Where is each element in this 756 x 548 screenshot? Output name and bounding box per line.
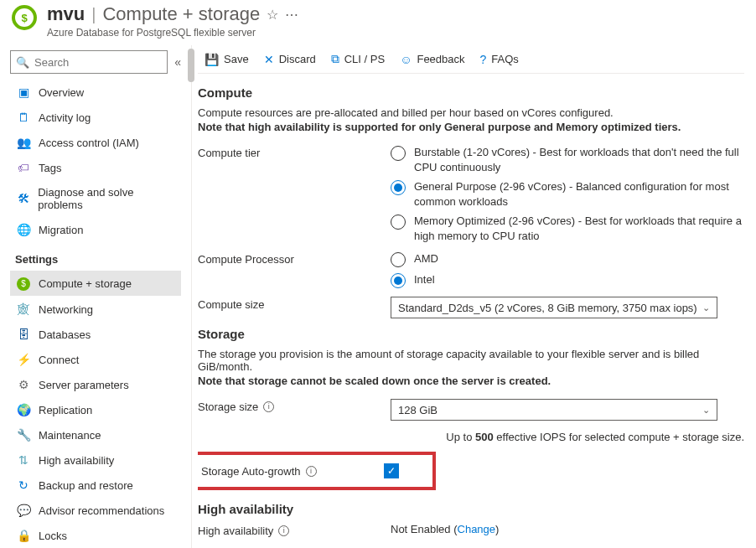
discard-button[interactable]: ✕ Discard bbox=[264, 53, 316, 66]
storage-heading: Storage bbox=[198, 327, 744, 341]
faqs-button[interactable]: ? FAQs bbox=[480, 53, 519, 66]
sidebar-item-activity-log[interactable]: 🗒 Activity log bbox=[10, 106, 181, 129]
favorite-star-icon[interactable]: ☆ bbox=[267, 7, 278, 23]
sidebar-item-connect[interactable]: ⚡ Connect bbox=[10, 348, 181, 371]
activity-log-icon: 🗒 bbox=[17, 111, 30, 124]
sidebar-item-tags[interactable]: 🏷 Tags bbox=[10, 156, 181, 179]
info-icon[interactable]: i bbox=[306, 466, 317, 477]
high-availability-icon: ⇅ bbox=[17, 453, 30, 467]
sidebar-item-label: Migration bbox=[39, 224, 83, 236]
processor-option-intel[interactable]: Intel bbox=[391, 272, 744, 288]
sidebar-item-networking[interactable]: 🕸 Networking bbox=[10, 297, 181, 321]
diagnose-icon: 🛠 bbox=[17, 192, 29, 205]
radio-icon bbox=[391, 180, 406, 195]
advisor-icon: 💬 bbox=[17, 504, 30, 517]
radio-label: General Purpose (2-96 vCores) - Balanced… bbox=[414, 179, 744, 209]
sidebar-item-migration[interactable]: 🌐 Migration bbox=[10, 218, 181, 241]
ha-value-row: Not Enabled (Change) bbox=[391, 523, 744, 535]
sidebar-item-label: Server parameters bbox=[39, 379, 129, 391]
networking-icon: 🕸 bbox=[17, 302, 30, 316]
resource-icon: $ bbox=[12, 5, 37, 30]
cmd-label: Save bbox=[224, 53, 249, 65]
collapse-sidebar-icon[interactable]: « bbox=[174, 55, 181, 69]
save-button[interactable]: 💾 Save bbox=[205, 53, 249, 66]
storage-autogrowth-label: Storage Auto-growth i bbox=[198, 463, 384, 478]
cmd-label: FAQs bbox=[491, 53, 519, 65]
radio-icon bbox=[391, 252, 406, 267]
command-bar: 💾 Save ✕ Discard ⧉ CLI / PS ☺ Feedback ?… bbox=[198, 45, 744, 74]
info-icon[interactable]: i bbox=[278, 525, 289, 536]
sidebar-search[interactable]: 🔍 bbox=[10, 50, 168, 74]
storage-description: The storage you provision is the amount … bbox=[198, 348, 744, 373]
compute-processor-label: Compute Processor bbox=[198, 251, 391, 266]
scroll-thumb[interactable] bbox=[188, 49, 194, 82]
tier-option-memory-optimized[interactable]: Memory Optimized (2-96 vCores) - Best fo… bbox=[391, 214, 744, 243]
sidebar-item-label: Diagnose and solve problems bbox=[38, 186, 174, 211]
cli-icon: ⧉ bbox=[331, 52, 339, 66]
maintenance-icon: 🔧 bbox=[17, 428, 30, 442]
sidebar-item-compute-storage[interactable]: $ Compute + storage bbox=[10, 271, 181, 296]
sidebar-item-replication[interactable]: 🌍 Replication bbox=[10, 398, 181, 421]
tier-option-burstable[interactable]: Burstable (1-20 vCores) - Best for workl… bbox=[391, 145, 744, 174]
sidebar-item-overview[interactable]: ▣ Overview bbox=[10, 80, 181, 104]
compute-size-label: Compute size bbox=[198, 297, 391, 311]
sidebar-resize-handle[interactable] bbox=[186, 45, 198, 548]
sidebar-item-locks[interactable]: 🔒 Locks bbox=[10, 524, 181, 547]
sidebar-item-high-availability[interactable]: ⇅ High availability bbox=[10, 448, 181, 472]
sidebar-item-diagnose[interactable]: 🛠 Diagnose and solve problems bbox=[10, 181, 181, 216]
compute-heading: Compute bbox=[198, 85, 744, 100]
migration-icon: 🌐 bbox=[17, 223, 30, 236]
sidebar-item-advisor[interactable]: 💬 Advisor recommendations bbox=[10, 499, 181, 522]
sidebar-item-label: Maintenance bbox=[39, 429, 101, 442]
sidebar-item-backup-restore[interactable]: ↻ Backup and restore bbox=[10, 473, 181, 497]
databases-icon: 🗄 bbox=[17, 328, 30, 341]
radio-label: Burstable (1-20 vCores) - Best for workl… bbox=[414, 145, 744, 174]
ha-change-link[interactable]: Change bbox=[458, 523, 496, 535]
page-title: Compute + storage bbox=[102, 3, 260, 25]
access-control-icon: 👥 bbox=[17, 136, 30, 149]
cmd-label: CLI / PS bbox=[344, 53, 385, 65]
radio-label: Memory Optimized (2-96 vCores) - Best fo… bbox=[414, 214, 744, 243]
cmd-label: Feedback bbox=[417, 53, 464, 65]
sidebar-item-label: Networking bbox=[39, 303, 93, 316]
cmd-label: Discard bbox=[279, 53, 316, 65]
info-icon[interactable]: i bbox=[263, 401, 274, 412]
sidebar-item-label: Compute + storage bbox=[39, 277, 132, 290]
sidebar-item-databases[interactable]: 🗄 Databases bbox=[10, 323, 181, 346]
radio-icon bbox=[391, 146, 406, 161]
sidebar-item-server-parameters[interactable]: ⚙ Server parameters bbox=[10, 373, 181, 396]
nav-group-settings: Settings bbox=[10, 243, 181, 269]
title-separator: | bbox=[91, 5, 96, 24]
sidebar-item-access-control[interactable]: 👥 Access control (IAM) bbox=[10, 131, 181, 154]
more-actions-icon[interactable]: ⋯ bbox=[285, 7, 298, 23]
sidebar-item-maintenance[interactable]: 🔧 Maintenance bbox=[10, 423, 181, 447]
replication-icon: 🌍 bbox=[17, 403, 30, 416]
sidebar-item-label: Overview bbox=[39, 86, 84, 99]
compute-storage-icon: $ bbox=[17, 276, 30, 291]
cli-button[interactable]: ⧉ CLI / PS bbox=[331, 52, 385, 66]
overview-icon: ▣ bbox=[17, 85, 30, 99]
radio-icon bbox=[391, 215, 406, 230]
sidebar-item-label: Activity log bbox=[39, 111, 91, 124]
iops-note: Up to 500 effective IOPS for selected co… bbox=[391, 431, 744, 443]
sidebar-item-label: Backup and restore bbox=[39, 479, 133, 492]
sidebar-item-label: Replication bbox=[39, 404, 92, 416]
radio-icon bbox=[391, 273, 406, 288]
resource-name: mvu bbox=[47, 3, 85, 25]
ha-value: Not Enabled bbox=[391, 523, 451, 535]
tier-option-general-purpose[interactable]: General Purpose (2-96 vCores) - Balanced… bbox=[391, 179, 744, 209]
sidebar-item-label: Databases bbox=[39, 328, 91, 341]
resource-type-subtitle: Azure Database for PostgreSQL flexible s… bbox=[47, 27, 298, 39]
sidebar-item-label: Advisor recommendations bbox=[39, 504, 164, 517]
processor-option-amd[interactable]: AMD bbox=[391, 251, 744, 267]
feedback-button[interactable]: ☺ Feedback bbox=[400, 53, 464, 66]
storage-autogrowth-checkbox[interactable]: ✓ bbox=[384, 463, 399, 478]
sidebar: 🔍 « ▣ Overview 🗒 Activity log 👥 Access c… bbox=[0, 45, 186, 548]
compute-tier-label: Compute tier bbox=[198, 145, 391, 159]
chevron-down-icon: ⌄ bbox=[702, 405, 710, 416]
backup-restore-icon: ↻ bbox=[17, 478, 30, 492]
search-input[interactable] bbox=[34, 56, 162, 69]
storage-size-select[interactable]: 128 GiB ⌄ bbox=[391, 399, 717, 421]
compute-size-select[interactable]: Standard_D2ds_v5 (2 vCores, 8 GiB memory… bbox=[391, 297, 717, 318]
radio-label: Intel bbox=[414, 272, 435, 287]
